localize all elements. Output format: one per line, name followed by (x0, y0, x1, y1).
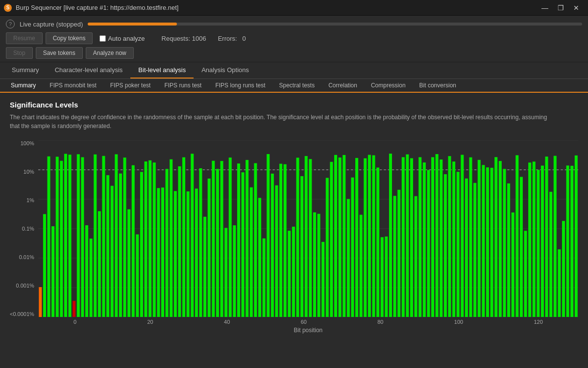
analyze-now-button[interactable]: Analyze now (86, 47, 134, 59)
sub-tab-fips-runs[interactable]: FIPS runs test (157, 79, 208, 93)
sub-tab-compression[interactable]: Compression (364, 79, 413, 93)
chart-bar (486, 167, 489, 317)
chart-bar (140, 172, 143, 317)
chart-bar (473, 183, 476, 317)
chart-bar (115, 154, 118, 317)
chart-bar (305, 156, 308, 317)
chart-bar (494, 157, 497, 317)
y-axis-label: 0.001% (16, 283, 34, 289)
chart-bar (545, 157, 548, 317)
x-axis-label: 100 (454, 319, 463, 325)
auto-analyze-checkbox[interactable] (99, 35, 106, 42)
chart-bar (541, 166, 544, 317)
significance-title: Significance Levels (10, 101, 578, 109)
x-axis-label: 20 (147, 319, 153, 325)
chart-bar (461, 155, 464, 317)
chart-bar (284, 164, 287, 317)
chart-bar (98, 211, 101, 317)
chart-bar (119, 174, 122, 317)
window-controls: — ❐ ✕ (537, 0, 584, 16)
maximize-button[interactable]: ❐ (553, 0, 568, 16)
chart-bar (250, 187, 253, 317)
title-left: S Burp Sequencer [live capture #1: https… (4, 4, 178, 12)
sub-tab-bit-conversion[interactable]: Bit conversion (413, 79, 463, 93)
chart-bar (165, 169, 168, 317)
chart-bar (482, 165, 485, 317)
chart-bar (364, 158, 367, 317)
chart-bar (296, 158, 299, 317)
chart-bar (490, 168, 493, 317)
chart-bar (469, 158, 472, 317)
chart-bar (203, 217, 206, 317)
x-axis-title: Bit position (38, 327, 578, 334)
chart-bar (520, 177, 523, 317)
chart-bar (524, 231, 527, 317)
sub-tab-fips-poker[interactable]: FIPS poker test (103, 79, 158, 93)
chart-bar (457, 172, 460, 317)
sub-tab-spectral[interactable]: Spectral tests (272, 79, 322, 93)
main-tab-summary[interactable]: Summary (4, 62, 47, 79)
chart-bar (549, 192, 552, 317)
save-tokens-button[interactable]: Save tokens (36, 47, 83, 59)
y-axis-label: 100% (21, 140, 34, 146)
x-axis-label: 80 (377, 319, 383, 325)
chart-bar (406, 155, 409, 317)
sub-tab-sub-summary[interactable]: Summary (4, 79, 43, 93)
chart-bar (132, 165, 135, 317)
chart-bar (334, 155, 337, 317)
chart-bar (414, 196, 417, 317)
y-axis-label: 0.01% (19, 254, 34, 260)
chart-bar (389, 154, 392, 317)
chart-bar (43, 214, 46, 317)
chart-bar (385, 237, 388, 317)
main-tab-analysis-options[interactable]: Analysis Options (194, 62, 257, 79)
chart-bar (161, 187, 164, 317)
window-title: Burp Sequencer [live capture #1: https:/… (16, 4, 178, 11)
chart-bar (452, 161, 455, 317)
sub-tabs: SummaryFIPS monobit testFIPS poker testF… (0, 79, 588, 93)
requests-stat: Requests: 1006 (162, 35, 206, 42)
chart-bar (528, 162, 531, 317)
chart-bar (418, 157, 421, 317)
chart-bar (330, 162, 333, 317)
chart-bar (465, 179, 468, 317)
chart-bar (212, 161, 215, 317)
chart-bar (233, 225, 236, 317)
chart-bar (216, 169, 219, 317)
x-axis-label: 0 (74, 319, 76, 325)
sub-tab-fips-long-runs[interactable]: FIPS long runs test (208, 79, 272, 93)
chart-bar (68, 155, 71, 317)
chart-bar (321, 242, 324, 317)
chart-bar (444, 174, 447, 317)
help-icon[interactable]: ? (6, 20, 15, 28)
chart-bar (267, 154, 270, 317)
chart-bar (85, 225, 88, 317)
x-axis-label: 60 (301, 319, 307, 325)
chart-bar (56, 157, 59, 317)
chart-bar (174, 191, 177, 317)
chart-bar (533, 161, 536, 317)
minimize-button[interactable]: — (537, 0, 553, 16)
copy-tokens-button[interactable]: Copy tokens (46, 32, 93, 44)
chart-bar (224, 228, 227, 317)
chart-bar (229, 158, 232, 317)
chart-bar (111, 186, 114, 317)
chart-bar (275, 185, 278, 317)
close-button[interactable]: ✕ (568, 0, 584, 16)
chart-bar (64, 154, 67, 317)
sub-tab-fips-monobit[interactable]: FIPS monobit test (43, 79, 103, 93)
chart-bar (300, 176, 303, 317)
y-axis-label: 10% (24, 169, 34, 175)
chart-bar (562, 221, 565, 317)
stop-button[interactable]: Stop (6, 47, 33, 59)
app-container: ? Live capture (stopped) Resume Copy tok… (0, 16, 588, 368)
chart-bar (338, 158, 341, 317)
main-tab-bit-level[interactable]: Bit-level analysis (130, 62, 194, 79)
resume-button[interactable]: Resume (6, 32, 43, 44)
auto-analyze-label: Auto analyze (108, 35, 145, 42)
main-tab-char-level[interactable]: Character-level analysis (47, 62, 131, 79)
sub-tab-correlation[interactable]: Correlation (321, 79, 364, 93)
chart-bar (427, 170, 430, 317)
chart-wrapper: 100%10%1%0.1%0.01%0.001%<0.0001% 0204060… (10, 140, 578, 334)
capture-label: Live capture (stopped) (20, 21, 83, 28)
